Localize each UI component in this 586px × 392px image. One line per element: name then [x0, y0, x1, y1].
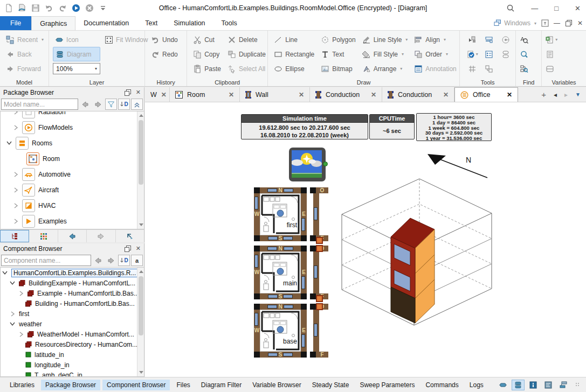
mdi-close-button[interactable]: ✕	[577, 19, 583, 27]
close-panel-icon[interactable]: ✕	[136, 89, 141, 96]
tree-item-building[interactable]: Building - HumanComfortLib.Bas...	[1, 298, 144, 309]
tree-item-latitude[interactable]: latitude_in	[1, 349, 144, 360]
tab-simulation[interactable]: Simulation	[166, 16, 213, 30]
grid-view-button[interactable]	[29, 230, 58, 242]
model-name-search-input[interactable]	[1, 99, 78, 110]
undo-button[interactable]: Undo	[149, 32, 180, 47]
history-back-button[interactable]	[58, 230, 87, 242]
tree-item-buildingexample[interactable]: BuildingExample - HumanComfortL...	[1, 278, 144, 288]
statusbar-diagram-filter[interactable]: Diagram Filter	[197, 380, 246, 390]
time-conversion-annotation[interactable]: 1 hour= 3600 sec 1 day = 86400 sec 1 wee…	[416, 113, 492, 141]
maximize-panel-icon[interactable]	[541, 19, 549, 27]
tree-item-root[interactable]: HumanComfortLib.Examples.Buildings.R...	[1, 268, 144, 278]
ellipse-tool-button[interactable]: Ellipse	[272, 61, 316, 76]
close-tab-icon[interactable]: ✕	[443, 91, 449, 99]
stop-simulation-icon[interactable]	[85, 4, 94, 12]
tree-item-flowmodels[interactable]: FlowModels	[1, 120, 144, 135]
tree-item-first[interactable]: first	[1, 309, 144, 319]
search-back-icon[interactable]	[79, 99, 91, 110]
weather-connector-port[interactable]	[323, 162, 328, 166]
chevron-right-icon[interactable]	[9, 311, 16, 317]
statusbar-files[interactable]: Files	[172, 380, 194, 390]
component-tree-scrollbar[interactable]	[137, 268, 144, 376]
mdi-restore-button[interactable]	[565, 19, 573, 27]
tree-item-radiation[interactable]: Radiation	[1, 111, 144, 120]
order-button[interactable]: Order▾	[412, 47, 458, 61]
line-tool-button[interactable]: Line	[272, 32, 316, 47]
fit-window-button[interactable]: Fit Window	[102, 32, 150, 47]
statusbar-package-browser[interactable]: Package Browser	[41, 380, 100, 390]
tree-item-weathermodel[interactable]: WeatherModel - HumanComfort...	[1, 329, 144, 339]
thermal-connector-port[interactable]	[316, 237, 323, 244]
tree-item-examples[interactable]: Examples	[1, 213, 144, 229]
collapse-all-icon[interactable]	[131, 99, 143, 110]
scroll-tabs-left-icon[interactable]: ◂	[554, 91, 557, 99]
doc-tab-w[interactable]: W✕	[145, 87, 170, 102]
chevron-right-icon[interactable]	[12, 111, 19, 115]
mdi-minimize-button[interactable]: —	[554, 19, 560, 27]
tree-item-partial[interactable]	[1, 229, 144, 229]
close-panel-icon[interactable]: ✕	[136, 245, 141, 252]
connectors-icon[interactable]	[501, 50, 510, 59]
chevron-down-icon[interactable]	[6, 141, 12, 145]
bitmap-tool-button[interactable]: Bitmap	[319, 61, 357, 76]
copy-button[interactable]: Copy	[191, 47, 223, 61]
tab-text[interactable]: Text	[137, 16, 166, 30]
connection-point-icon[interactable]	[501, 36, 510, 44]
validate-model-icon[interactable]: ▾	[466, 50, 478, 59]
history-forward-button[interactable]	[87, 230, 115, 242]
paste-button[interactable]: Paste	[191, 61, 223, 76]
statusbar-libraries[interactable]: Libraries	[5, 380, 39, 390]
windows-menu[interactable]: Windows▾	[494, 19, 536, 27]
diagram-view-button[interactable]	[512, 380, 525, 390]
scroll-tabs-right-icon[interactable]: ▸	[564, 91, 568, 99]
align-button[interactable]: Align▾	[412, 32, 458, 47]
resize-grip[interactable]	[575, 382, 581, 388]
chevron-down-icon[interactable]	[9, 281, 16, 285]
room-component-main[interactable]: N S W E main O F	[254, 246, 328, 299]
close-tab-icon[interactable]: ✕	[507, 91, 512, 99]
find-text-icon[interactable]	[520, 36, 528, 44]
doc-tab-conduction-2[interactable]: Conduction✕	[382, 87, 454, 102]
new-tab-button[interactable]: +	[541, 90, 546, 99]
package-tree-scrollbar[interactable]	[137, 111, 144, 229]
zoom-select[interactable]: 100%▾	[53, 63, 100, 74]
back-button[interactable]: Back	[4, 47, 46, 61]
chevron-right-icon[interactable]	[12, 219, 19, 224]
documentation-view-button[interactable]	[527, 380, 540, 390]
doc-tab-office[interactable]: Office✕	[454, 87, 518, 102]
cpu-time-annotation[interactable]: CPUTime ~6 sec	[369, 114, 415, 139]
cut-button[interactable]: Cut	[191, 32, 223, 47]
room-component-base[interactable]: N S W E base O F	[254, 304, 328, 358]
tab-list-dropdown-icon[interactable]: ▼	[575, 92, 581, 97]
qat-customize-icon[interactable]	[99, 4, 107, 12]
tree-item-example[interactable]: Example - HumanComfortLib.Bas...	[1, 288, 144, 298]
rename-component-icon[interactable]	[485, 36, 493, 44]
annotation-button[interactable]: Annotation	[412, 61, 458, 76]
variable-table-icon[interactable]	[546, 65, 554, 73]
building-3d-view[interactable]	[339, 177, 525, 362]
tree-item-automotive[interactable]: Automotive	[1, 166, 144, 182]
tree-item-tamb[interactable]: T_amb_degC_in	[1, 370, 144, 377]
doc-tab-wall[interactable]: Wall✕	[240, 87, 310, 102]
layers-view-button[interactable]	[557, 380, 570, 390]
redo-icon[interactable]	[58, 4, 67, 12]
fill-style-button[interactable]: Fill Style▾	[360, 47, 410, 61]
model-options-icon[interactable]	[485, 50, 493, 59]
text-view-button[interactable]	[542, 380, 555, 390]
find-component-icon[interactable]	[520, 50, 528, 59]
recent-button[interactable]: Recent▾	[4, 32, 46, 47]
rectangle-tool-button[interactable]: Rectangle	[272, 47, 316, 61]
statusbar-sweep-parameters[interactable]: Sweep Parameters	[355, 380, 419, 390]
redo-button[interactable]: Redo	[149, 47, 180, 61]
tree-item-aircraft[interactable]: Aircraft	[1, 182, 144, 198]
thermal-connector-port[interactable]	[316, 295, 323, 302]
tree-item-hvac[interactable]: HVAC	[1, 198, 144, 213]
tree-item-rooms[interactable]: Rooms	[1, 135, 144, 151]
sort-order-button[interactable]: D	[118, 255, 130, 266]
select-all-button[interactable]: Select All	[225, 61, 268, 76]
close-button[interactable]: ✕	[575, 4, 581, 12]
grid-toggle-icon[interactable]	[468, 65, 477, 73]
add-variable-icon[interactable]: ▾	[546, 36, 557, 44]
tree-item-weather[interactable]: weather	[1, 319, 144, 329]
